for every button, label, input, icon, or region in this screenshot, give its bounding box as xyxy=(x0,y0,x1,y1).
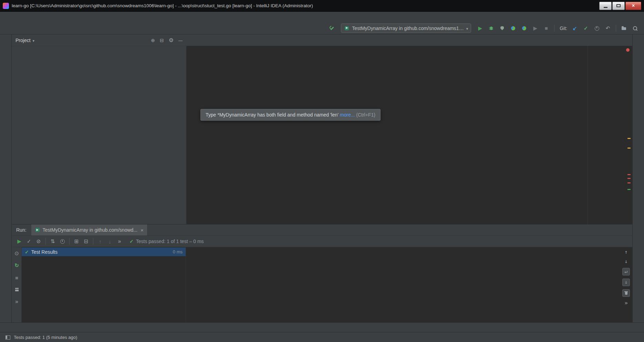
test-console[interactable] xyxy=(186,247,632,322)
commit-button[interactable] xyxy=(581,24,591,33)
build-project-button[interactable] xyxy=(329,26,335,31)
maximize-icon xyxy=(616,4,621,7)
chevron-down-icon[interactable] xyxy=(33,38,35,43)
project-tool-window: Project xyxy=(12,34,186,224)
run-tab-label: TestMyDynamicArray in github.com/snowd..… xyxy=(43,227,137,233)
run-button[interactable] xyxy=(475,24,485,33)
inspection-tooltip: Type *MyDynamicArray has both field and … xyxy=(200,109,381,121)
hide-panel-icon[interactable] xyxy=(178,38,183,43)
more-icon[interactable] xyxy=(622,300,630,306)
show-passed-button[interactable] xyxy=(24,237,33,246)
inspection-indicator-icon[interactable] xyxy=(626,48,630,52)
stop-button[interactable] xyxy=(541,24,551,33)
coverage-button[interactable] xyxy=(499,26,505,31)
close-tab-icon[interactable] xyxy=(141,228,144,233)
vcs-history-button[interactable] xyxy=(594,26,600,31)
jrebel-reload-icon[interactable] xyxy=(13,262,21,269)
clear-console-icon[interactable] xyxy=(623,290,629,296)
test-results-row[interactable]: Test Results 0 ms xyxy=(22,248,186,256)
editor[interactable]: Type *MyDynamicArray has both field and … xyxy=(186,46,632,224)
collapse-all-button[interactable] xyxy=(82,237,91,246)
vcs-stripe-mark[interactable] xyxy=(627,189,631,190)
go-test-icon xyxy=(35,227,40,233)
toolbar-separator xyxy=(69,238,70,245)
more-actions-button[interactable] xyxy=(115,237,124,246)
maximize-button[interactable] xyxy=(612,2,625,10)
tests-passed-icon xyxy=(129,239,134,244)
run-tab[interactable]: TestMyDynamicArray in github.com/snowd..… xyxy=(31,224,147,235)
navigate-down-icon[interactable] xyxy=(622,259,630,265)
jrebel-debug-button[interactable] xyxy=(521,26,527,31)
warning-stripe-mark[interactable] xyxy=(627,148,631,149)
menu-bar xyxy=(0,12,644,22)
update-project-button[interactable] xyxy=(570,24,580,33)
right-tool-stripe xyxy=(632,34,644,322)
sort-by-duration-button[interactable] xyxy=(60,239,65,244)
chevron-down-icon xyxy=(466,26,468,31)
expand-all-button[interactable] xyxy=(72,237,81,246)
search-everywhere-button[interactable] xyxy=(632,26,638,31)
left-tool-stripe xyxy=(0,34,12,322)
test-history-icon[interactable] xyxy=(13,250,21,257)
error-stripe-mark[interactable] xyxy=(627,182,631,183)
git-label: Git: xyxy=(560,26,567,31)
project-tree xyxy=(12,46,186,224)
stop-icon[interactable] xyxy=(13,274,21,281)
run-panel-header: Run: TestMyDynamicArray in github.com/sn… xyxy=(12,224,632,235)
tooltip-text: Type *MyDynamicArray has both field and … xyxy=(206,112,340,118)
intellij-logo-icon xyxy=(3,3,9,9)
rerun-tests-button[interactable] xyxy=(15,237,24,246)
warning-stripe-mark[interactable] xyxy=(627,138,631,139)
toolbar-separator xyxy=(554,25,554,32)
show-in-explorer-button[interactable] xyxy=(621,26,627,31)
tooltip-more-link[interactable]: more... xyxy=(340,112,355,118)
run-configuration-select[interactable]: TestMyDynamicArray in github.com/snowdre… xyxy=(341,23,471,33)
run-left-toolbar xyxy=(12,247,22,322)
run-panel-body: Test Results 0 ms xyxy=(12,247,632,322)
minimize-icon xyxy=(604,7,607,8)
check-icon xyxy=(25,249,29,255)
toolbar-separator xyxy=(93,238,93,245)
test-results-label: Test Results xyxy=(31,249,58,255)
project-view-title[interactable]: Project xyxy=(15,38,31,43)
settings-gear-icon[interactable] xyxy=(169,37,174,43)
debug-button[interactable] xyxy=(488,26,494,31)
window-controls xyxy=(599,2,641,10)
intellij-idea-window: learn-go [C:\Users\Administrator\go\src\… xyxy=(0,0,644,342)
tooltip-shortcut: (Ctrl+F1) xyxy=(355,112,375,118)
toggle-tool-buttons-icon[interactable] xyxy=(5,334,10,340)
tests-status-text: Tests passed: 1 of 1 test – 0 ms xyxy=(136,239,204,244)
run-panel-title: Run: xyxy=(16,227,27,233)
toolbar-separator xyxy=(45,238,46,245)
locate-file-icon[interactable] xyxy=(151,38,155,43)
profiler-button[interactable] xyxy=(530,24,540,33)
navigation-bar: TestMyDynamicArray in github.com/snowdre… xyxy=(0,22,644,34)
previous-failed-test-button[interactable] xyxy=(96,237,105,246)
close-icon xyxy=(632,3,635,8)
sort-alphabetically-button[interactable] xyxy=(48,237,57,246)
test-runner-toolbar: Tests passed: 1 of 1 test – 0 ms xyxy=(12,235,632,247)
close-button[interactable] xyxy=(625,2,641,10)
rollback-button[interactable] xyxy=(603,24,613,33)
go-test-icon xyxy=(344,26,350,31)
more-icon[interactable] xyxy=(13,298,21,305)
run-tool-window: Run: TestMyDynamicArray in github.com/sn… xyxy=(12,224,632,322)
soft-wrap-icon[interactable] xyxy=(622,268,630,275)
test-tree: Test Results 0 ms xyxy=(22,247,186,322)
window-title: learn-go [C:\Users\Administrator\go\src\… xyxy=(12,3,313,8)
show-ignored-button[interactable] xyxy=(34,237,43,246)
scroll-to-end-icon[interactable] xyxy=(622,279,630,286)
collapse-all-icon[interactable] xyxy=(160,38,164,43)
minimize-button[interactable] xyxy=(599,2,612,10)
next-failed-test-button[interactable] xyxy=(105,237,114,246)
jrebel-run-button[interactable] xyxy=(510,26,516,31)
navigate-up-icon[interactable] xyxy=(622,249,630,255)
restore-layout-icon[interactable] xyxy=(14,287,20,292)
title-bar: learn-go [C:\Users\Administrator\go\src\… xyxy=(0,0,644,12)
error-stripe-mark[interactable] xyxy=(627,174,631,175)
error-stripe-mark[interactable] xyxy=(627,178,631,179)
main-toolbar: TestMyDynamicArray in github.com/snowdre… xyxy=(327,23,640,33)
tool-window-bar xyxy=(0,322,644,332)
test-duration: 0 ms xyxy=(173,249,183,254)
editor-tab-bar xyxy=(186,34,632,46)
